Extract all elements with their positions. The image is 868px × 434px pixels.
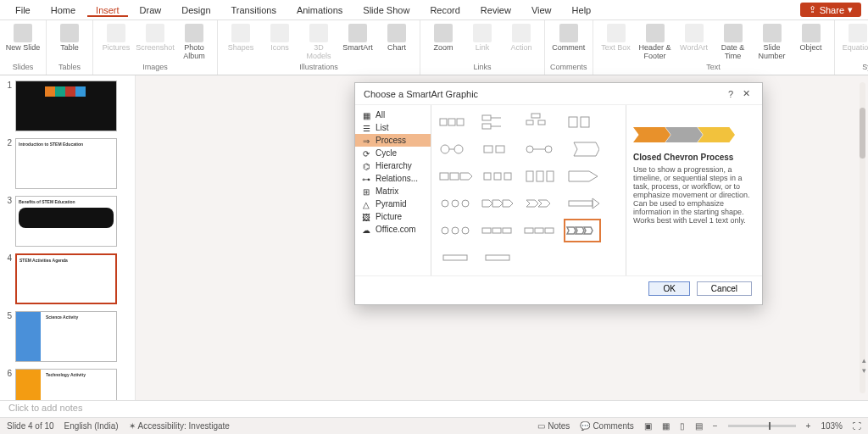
notes-pane[interactable]: Click to add notes — [0, 400, 868, 417]
dialog-footer: OK Cancel — [355, 275, 762, 304]
category-process[interactable]: ⇒Process — [355, 134, 431, 147]
ribbon-header-footer-button[interactable]: Header & Footer — [637, 22, 673, 60]
menu-animations[interactable]: Animations — [288, 3, 351, 17]
thumb-row: 4STEM Activities Agenda — [0, 252, 135, 309]
category-picture[interactable]: 🖼Picture — [355, 210, 431, 223]
menu-insert[interactable]: Insert — [87, 3, 128, 17]
zoom-level[interactable]: 103% — [821, 421, 843, 431]
ribbon-pictures-button: Pictures — [98, 22, 134, 52]
smartart-option-2[interactable] — [521, 110, 559, 134]
svg-rect-3 — [482, 115, 491, 120]
menu-draw[interactable]: Draw — [131, 3, 170, 17]
category-officecom[interactable]: ☁Office.com — [355, 223, 431, 236]
zoom-in-button[interactable]: + — [806, 421, 811, 431]
view-slideshow-icon[interactable]: ▤ — [695, 421, 703, 431]
slide-thumbnail-6[interactable]: Technology Activity — [15, 369, 117, 400]
accessibility-button[interactable]: ✶Accessibility: Investigate — [129, 421, 230, 431]
smartart-option-9[interactable] — [479, 164, 516, 188]
slide-thumbnail-3[interactable]: Benefits of STEM Education — [15, 196, 117, 247]
prev-slide-icon[interactable]: ▴ — [862, 356, 866, 364]
stage-scrollbar[interactable] — [860, 82, 865, 393]
ribbon-smartart-button[interactable]: SmartArt — [340, 22, 376, 52]
slide-thumbnail-4[interactable]: STEM Activities Agenda — [15, 253, 117, 304]
menu-slideshow[interactable]: Slide Show — [354, 3, 418, 17]
menu-file[interactable]: File — [7, 3, 39, 17]
ok-button[interactable]: OK — [648, 281, 689, 296]
menu-record[interactable]: Record — [421, 3, 468, 17]
notes-button[interactable]: ▭Notes — [537, 421, 570, 431]
ribbon-date-time-button[interactable]: Date & Time — [715, 22, 751, 60]
comments-button[interactable]: 💬Comments — [580, 421, 633, 431]
ribbon-chart-button[interactable]: Chart — [379, 22, 415, 52]
smartart-option-12[interactable] — [437, 192, 474, 215]
zoom-out-button[interactable]: − — [713, 421, 718, 431]
ribbon-slide-number-button[interactable]: Slide Number — [754, 22, 790, 60]
smartart-option-1[interactable] — [479, 110, 516, 134]
category-cycle[interactable]: ⟳Cycle — [355, 147, 431, 159]
ribbon-item-label: Header & Footer — [637, 43, 673, 60]
smartart-option-16[interactable] — [437, 219, 474, 242]
share-button[interactable]: ⇪Share▾ — [800, 3, 861, 17]
svg-point-13 — [454, 145, 463, 153]
smartart-option-6[interactable] — [521, 137, 559, 161]
smartart-option-17[interactable] — [479, 219, 516, 242]
category-matrix[interactable]: ⊞Matrix — [355, 185, 431, 198]
menu-view[interactable]: View — [523, 3, 560, 17]
svg-rect-44 — [482, 228, 491, 233]
fit-window-icon[interactable]: ⛶ — [853, 421, 861, 431]
dialog-close-button[interactable]: ✕ — [738, 88, 754, 99]
svg-point-33 — [462, 200, 469, 207]
smartart-option-15[interactable] — [564, 192, 601, 215]
zoom-slider[interactable] — [728, 425, 796, 427]
thumb-number: 3 — [3, 196, 12, 205]
category-hierarchy[interactable]: ⌬Hierarchy — [355, 159, 431, 172]
menu-design[interactable]: Design — [173, 3, 219, 17]
ribbon-item-label: Chart — [387, 43, 406, 52]
wordart-icon — [685, 24, 704, 42]
category-all[interactable]: ▦All — [355, 108, 431, 121]
screenshot-icon — [146, 24, 164, 42]
scrollbar-thumb[interactable] — [860, 108, 865, 159]
language-button[interactable]: English (India) — [64, 421, 119, 431]
view-normal-icon[interactable]: ▣ — [644, 421, 652, 431]
smartart-option-10[interactable] — [521, 164, 559, 188]
smartart-option-19[interactable] — [564, 219, 601, 242]
ribbon-zoom-button[interactable]: Zoom — [426, 22, 461, 52]
slide-thumbnail-2[interactable]: Introduction to STEM Education — [15, 138, 117, 189]
category-icon: ⇒ — [362, 136, 370, 145]
smartart-option-13[interactable] — [479, 192, 516, 215]
slide-thumbnail-5[interactable]: Science Activity — [15, 311, 117, 362]
ribbon-new-slide-button[interactable]: New Slide — [5, 22, 41, 52]
ribbon-object-button[interactable]: Object — [793, 22, 829, 52]
view-reading-icon[interactable]: ▯ — [680, 421, 685, 431]
menu-home[interactable]: Home — [42, 3, 84, 17]
ribbon-comment-button[interactable]: Comment — [551, 22, 587, 52]
ribbon-group-symbols: EquationSymbolSymbols — [835, 20, 868, 75]
ribbon-table-button[interactable]: Table — [52, 22, 87, 52]
category-relations[interactable]: ⊶Relations... — [355, 172, 431, 185]
dialog-help-button[interactable]: ? — [723, 89, 738, 99]
next-slide-icon[interactable]: ▾ — [862, 366, 866, 375]
smartart-option-3[interactable] — [564, 110, 601, 134]
smartart-option-20[interactable] — [437, 246, 474, 270]
cancel-button[interactable]: Cancel — [697, 281, 752, 296]
smartart-option-21[interactable] — [479, 246, 516, 270]
zoom-knob[interactable] — [769, 422, 771, 430]
smartart-option-5[interactable] — [479, 137, 516, 161]
ribbon-item-label: Photo Album — [176, 43, 212, 60]
smartart-option-8[interactable] — [437, 164, 474, 188]
smartart-option-11[interactable] — [564, 164, 601, 188]
category-list[interactable]: ☰List — [355, 121, 431, 134]
smartart-option-4[interactable] — [437, 137, 474, 161]
smartart-option-0[interactable] — [437, 110, 474, 134]
view-sorter-icon[interactable]: ▦ — [662, 421, 670, 431]
smartart-option-7[interactable] — [564, 137, 601, 161]
menu-transitions[interactable]: Transitions — [223, 3, 285, 17]
slide-thumbnail-1[interactable] — [15, 81, 117, 131]
ribbon-photo-album-button[interactable]: Photo Album — [176, 22, 212, 60]
category-pyramid[interactable]: △Pyramid — [355, 198, 431, 210]
menu-review[interactable]: Review — [472, 3, 520, 17]
smartart-option-14[interactable] — [521, 192, 559, 215]
smartart-option-18[interactable] — [521, 219, 559, 242]
menu-help[interactable]: Help — [564, 3, 600, 17]
